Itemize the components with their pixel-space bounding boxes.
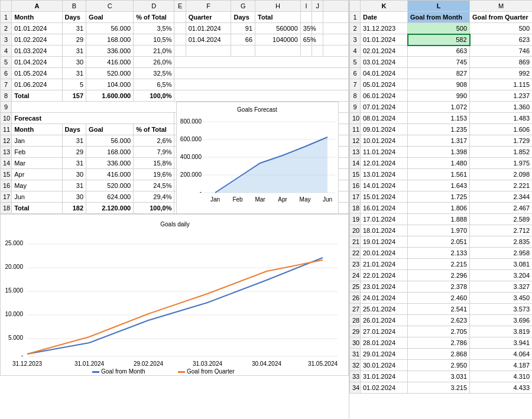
cell-B6[interactable]: 31 <box>62 68 86 79</box>
cell-B13[interactable]: 29 <box>62 147 86 158</box>
cell-chart-area-top4 <box>174 90 349 102</box>
cell-A6[interactable]: 01.05.2024 <box>12 68 62 79</box>
cell-A7[interactable]: 01.06.2024 <box>12 79 62 90</box>
goalquarter-r3[interactable]: 623 <box>470 34 533 46</box>
cell-D18[interactable]: 100,0% <box>134 203 174 214</box>
cell-B14[interactable]: 31 <box>62 158 86 169</box>
cell-G2[interactable]: 91 <box>231 23 255 34</box>
cell-A8[interactable]: Total <box>12 90 62 102</box>
date-r4[interactable]: 02.01.2024 <box>361 46 408 57</box>
cell-D13[interactable]: 7,9% <box>134 147 174 158</box>
row-3-hdr: 3 <box>1 34 12 46</box>
right-row-23: 23 21.01.2024 2.215 3.081 <box>350 259 533 270</box>
goalquarter-r4[interactable]: 746 <box>470 46 533 57</box>
cell-I3[interactable]: 65% <box>300 34 312 46</box>
cell-C14[interactable]: 336.000 <box>86 158 134 169</box>
cell-D2[interactable]: 3,5% <box>134 23 174 34</box>
row-16-hdr: 16 <box>1 180 12 191</box>
cell-F1[interactable]: Quarter <box>186 12 231 23</box>
cell-extra2 <box>323 23 349 34</box>
cell-F3[interactable]: 01.04.2024 <box>186 34 231 46</box>
cell-C16[interactable]: 520.000 <box>86 180 134 191</box>
cell-C8[interactable]: 1.600.000 <box>86 90 134 102</box>
right-row-14: 14 12.01.2024 1.480 1.975 <box>350 158 533 169</box>
cell-C3[interactable]: 168.000 <box>86 34 134 46</box>
cell-D6[interactable]: 32,5% <box>134 68 174 79</box>
y-label-5000: 5.000 <box>8 334 23 341</box>
cell-D4[interactable]: 21,0% <box>134 46 174 57</box>
cell-B1[interactable]: Days <box>62 12 86 23</box>
cell-G4 <box>231 46 255 57</box>
cell-C7[interactable]: 104.000 <box>86 79 134 90</box>
cell-B18[interactable]: 182 <box>62 203 86 214</box>
cell-D15[interactable]: 19,6% <box>134 169 174 180</box>
cell-C4[interactable]: 336.000 <box>86 46 134 57</box>
cell-B15[interactable]: 30 <box>62 169 86 180</box>
cell-C2[interactable]: 56.000 <box>86 23 134 34</box>
cell-B7[interactable]: 5 <box>62 79 86 90</box>
col-header-row: A B C D E F G H I J <box>1 1 349 12</box>
cell-A4[interactable]: 01.03.2024 <box>12 46 62 57</box>
cell-D3[interactable]: 10,5% <box>134 34 174 46</box>
cell-D16[interactable]: 24,5% <box>134 180 174 191</box>
cell-H3[interactable]: 1040000 <box>255 34 301 46</box>
goalquarter-r2[interactable]: 500 <box>470 23 533 34</box>
cell-A15[interactable]: Apr <box>12 169 62 180</box>
cell-A5[interactable]: 01.04.2024 <box>12 57 62 68</box>
cell-D14[interactable]: 15,8% <box>134 158 174 169</box>
cell-D8[interactable]: 100,0% <box>134 90 174 102</box>
cell-C12[interactable]: 56.000 <box>86 135 134 147</box>
cell-D5[interactable]: 26,0% <box>134 57 174 68</box>
cell-A16[interactable]: May <box>12 180 62 191</box>
cell-H1[interactable]: Total <box>255 12 301 23</box>
cell-A18[interactable]: Total <box>12 203 62 214</box>
cell-F2[interactable]: 01.01.2024 <box>186 23 231 34</box>
goalmonth-r3[interactable]: 582 <box>408 34 470 46</box>
date-r2[interactable]: 31.12.2023 <box>361 23 408 34</box>
cell-B8[interactable]: 157 <box>62 90 86 102</box>
goalmonth-r2[interactable]: 500 <box>408 23 470 34</box>
right-row-7: 7 05.01.2024 908 1.115 <box>350 79 533 90</box>
y-label-0: - <box>21 352 23 359</box>
cell-B2[interactable]: 31 <box>62 23 86 34</box>
cell-A13[interactable]: Feb <box>12 147 62 158</box>
right-row-30: 30 28.01.2024 2.786 3.941 <box>350 337 533 349</box>
row-10-hdr: 10 <box>1 113 12 124</box>
cell-C5[interactable]: 416.000 <box>86 57 134 68</box>
cell-A14[interactable]: Mar <box>12 158 62 169</box>
cell-I2[interactable]: 35% <box>300 23 312 34</box>
cell-D1[interactable]: % of Total <box>134 12 174 23</box>
x-label-6: 31.05.2024 <box>308 360 338 367</box>
cell-D17[interactable]: 29,4% <box>134 191 174 203</box>
date-r3[interactable]: 01.01.2024 <box>361 34 408 46</box>
cell-B3[interactable]: 29 <box>62 34 86 46</box>
cell-A2[interactable]: 01.01.2024 <box>12 23 62 34</box>
cell-C13[interactable]: 168.000 <box>86 147 134 158</box>
cell-C6[interactable]: 520.000 <box>86 68 134 79</box>
right-header-M1: Goal from Quarter <box>470 12 533 23</box>
cell-B4[interactable]: 31 <box>62 46 86 57</box>
cell-A1[interactable]: Month <box>12 12 62 23</box>
cell-B16[interactable]: 31 <box>62 180 86 191</box>
cell-D12[interactable]: 2,6% <box>134 135 174 147</box>
cell-D11: % of Total <box>134 124 174 135</box>
right-panel: K L M 1 Date Goal from Month Goal from Q… <box>349 0 532 419</box>
cell-D7[interactable]: 6,5% <box>134 79 174 90</box>
cell-H2[interactable]: 560000 <box>255 23 301 34</box>
cell-G1[interactable]: Days <box>231 12 255 23</box>
cell-B17[interactable]: 30 <box>62 191 86 203</box>
cell-C1[interactable]: Goal <box>86 12 134 23</box>
cell-G3[interactable]: 66 <box>231 34 255 46</box>
cell-A12[interactable]: Jan <box>12 135 62 147</box>
fx-feb: Feb <box>232 196 243 203</box>
cell-C15[interactable]: 416.000 <box>86 169 134 180</box>
cell-C18[interactable]: 2.120.000 <box>86 203 134 214</box>
goalmonth-r4[interactable]: 663 <box>408 46 470 57</box>
fy-200k: 200.000 <box>180 171 202 178</box>
cell-E2 <box>174 23 186 34</box>
cell-C17[interactable]: 624.000 <box>86 191 134 203</box>
cell-A3[interactable]: 01.02.2024 <box>12 34 62 46</box>
cell-B12[interactable]: 31 <box>62 135 86 147</box>
cell-B5[interactable]: 30 <box>62 57 86 68</box>
cell-A17[interactable]: Jun <box>12 191 62 203</box>
